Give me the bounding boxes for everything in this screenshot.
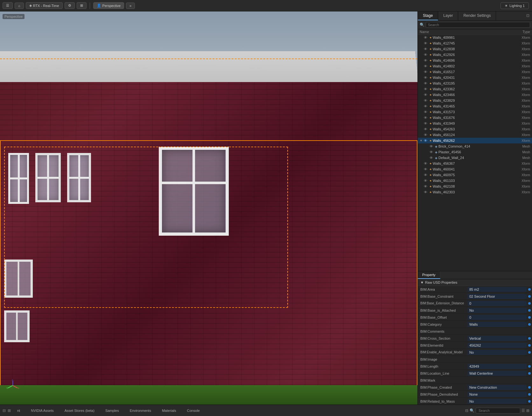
eye-icon[interactable]: 👁 [424,133,427,137]
eye-icon[interactable]: 👁 [424,70,427,74]
eye-icon[interactable]: 👁 [424,104,427,108]
tree-item-walls-412838[interactable]: 👁 ✦ Walls_412838 Xform [418,46,532,52]
tree-item-walls-431949[interactable]: 👁 ✦ Walls_431949 Xform [418,121,532,126]
tree-item-walls-460041[interactable]: 👁 ✦ Walls_460041 Xform [418,166,532,172]
tree-item-walls-456262[interactable]: ▼ 👁 ✦ Walls_456262 Xform [418,138,532,143]
prop-value[interactable]: Wall Centerline [467,371,527,376]
tab-property[interactable]: Property [418,271,440,279]
tree-item-walls-454263[interactable]: 👁 ✦ Walls_454263 Xform [418,126,532,132]
prop-value[interactable]: 02 Second Floor [467,294,527,299]
tree-item-default-wall[interactable]: 👁 ◈ Default_Wall_24 Mesh [418,155,532,161]
lighting-button[interactable]: ☀ Lighting 1 [500,2,529,9]
filter-icon2[interactable]: ⊞ [8,408,11,413]
prop-value[interactable]: New Construction [467,385,527,390]
filter-icon[interactable]: ⊟ [3,408,6,413]
bottom-tab-samples[interactable]: Samples [101,408,123,413]
tree-item-plaster[interactable]: 👁 ◈ Plaster_45456 Mesh [418,149,532,155]
home-button[interactable]: ⌂ [15,3,24,9]
prop-value[interactable]: 0 [467,301,527,306]
tree-item-walls-420431[interactable]: 👁 ✦ Walls_420431 Xform [418,75,532,80]
tree-item-walls-460975[interactable]: 👁 ✦ Walls_460975 Xform [418,172,532,178]
bottom-grid-icon[interactable]: ⊞ [526,408,529,413]
prop-value[interactable]: 42849 [467,364,527,369]
prop-value[interactable] [467,359,527,360]
eye-icon[interactable]: 👁 [424,184,427,188]
bottom-list-icon[interactable]: ☰ [522,408,525,413]
tree-item-brick-common[interactable]: 👁 ◈ Brick_Common_414 Mesh [418,143,532,149]
bottom-search-input[interactable] [476,408,520,413]
prop-value[interactable] [467,331,527,332]
eye-icon[interactable]: 👁 [430,144,433,148]
tree-item-walls-456124[interactable]: 👁 ✦ Walls_456124 Xform [418,132,532,138]
bottom-tab-materials[interactable]: Materials [158,408,181,413]
prop-value[interactable]: Walls [467,322,527,327]
bottom-filter-icon[interactable]: ⊟ [465,408,468,413]
renderer-settings-button[interactable]: ⚙ [65,2,75,9]
prop-value[interactable]: No [467,308,527,313]
eye-icon[interactable]: 👁 [424,190,427,194]
viewport[interactable]: Perspective X Y Z [0,11,417,405]
tree-item-walls-423466[interactable]: 👁 ✦ Walls_423466 Xform [418,92,532,98]
eye-icon[interactable]: 👁 [430,150,433,154]
eye-icon[interactable]: 👁 [424,121,427,125]
eye-icon[interactable]: 👁 [424,53,427,57]
prop-value[interactable]: No [467,350,527,355]
tree-item-walls-423195[interactable]: 👁 ✦ Walls_423195 Xform [418,80,532,86]
eye-icon[interactable]: 👁 [424,127,427,131]
prop-value[interactable]: None [467,392,527,397]
tree-item-walls-412926[interactable]: 👁 ✦ Walls_412926 Xform [418,52,532,58]
bottom-tab-nt[interactable]: nt [13,408,24,413]
eye-icon[interactable]: 👁 [424,36,427,39]
eye-icon[interactable]: 👁 [424,99,427,102]
tree-item-walls-462108[interactable]: 👁 ✦ Walls_462108 Xform [418,184,532,189]
eye-icon[interactable]: 👁 [424,59,427,62]
bottom-tab-asset-stores[interactable]: Asset Stores (beta) [60,408,99,413]
prop-value[interactable]: Vertical [467,336,527,341]
prop-value[interactable] [467,380,527,381]
eye-icon[interactable]: 👁 [424,47,427,51]
tree-item-walls-423829[interactable]: 👁 ✦ Walls_423829 Xform [418,98,532,103]
eye-icon[interactable]: 👁 [424,139,427,142]
tree-item-walls-423362[interactable]: 👁 ✦ Walls_423362 Xform [418,86,532,92]
eye-icon[interactable]: 👁 [424,93,427,97]
tab-stage[interactable]: Stage [418,11,438,20]
eye-icon[interactable]: 👁 [424,76,427,80]
tree-item-walls-409981[interactable]: 👁 ✦ Walls_409981 Xform [418,35,532,40]
property-section-header[interactable]: ▼ Raw USD Properties [418,279,532,286]
tree-item-walls-461103[interactable]: 👁 ✦ Walls_461103 Xform [418,178,532,184]
eye-icon[interactable]: 👁 [424,179,427,183]
prop-value[interactable]: 456262 [467,343,527,348]
stage-tree[interactable]: 👁 ✦ Walls_409981 Xform 👁 ✦ Walls_412745 … [418,35,532,271]
tree-item-walls-456367[interactable]: 👁 ✦ Walls_456367 Xform [418,161,532,166]
eye-icon[interactable]: 👁 [424,41,427,45]
bottom-tab-environments[interactable]: Environments [125,408,156,413]
more-views-button[interactable]: » [126,3,135,9]
eye-icon[interactable]: 👁 [424,64,427,68]
rtx-mode-button[interactable]: ◈ RTX - Real-Time [26,2,63,9]
tree-item-walls-416517[interactable]: 👁 ✦ Walls_416517 Xform [418,69,532,75]
eye-icon[interactable]: 👁 [430,156,433,160]
prop-value[interactable]: 0 [467,315,527,320]
stage-search-input[interactable] [426,22,530,28]
tree-item-walls-414802[interactable]: 👁 ✦ Walls_414802 Xform [418,63,532,69]
bottom-tab-console[interactable]: Console [183,408,204,413]
tree-item-walls-431573[interactable]: 👁 ✦ Walls_431573 Xform [418,109,532,115]
eye-icon[interactable]: 👁 [424,110,427,114]
eye-icon[interactable]: 👁 [424,116,427,120]
prop-value[interactable]: No [467,399,527,404]
bottom-tab-nvidia-assets[interactable]: NVIDIA Assets [26,408,58,413]
perspective-button[interactable]: 👤 Perspective [93,2,124,9]
tree-item-walls-462303[interactable]: 👁 ✦ Walls_462303 Xform [418,189,532,195]
hamburger-menu-button[interactable]: ☰ [3,2,13,9]
tree-item-walls-414696[interactable]: 👁 ✦ Walls_414696 Xform [418,58,532,63]
tree-item-walls-431465[interactable]: 👁 ✦ Walls_431465 Xform [418,103,532,109]
tree-item-walls-431676[interactable]: 👁 ✦ Walls_431676 Xform [418,115,532,121]
tab-render-settings[interactable]: Render Settings [458,11,496,20]
tree-item-walls-412745[interactable]: 👁 ✦ Walls_412745 Xform [418,40,532,46]
rtx-options-button[interactable]: ⊞ [77,2,87,9]
eye-icon[interactable]: 👁 [424,173,427,177]
eye-icon[interactable]: 👁 [424,87,427,91]
prop-value[interactable]: 85 m2 [467,287,527,292]
eye-icon[interactable]: 👁 [424,162,427,165]
eye-icon[interactable]: 👁 [424,167,427,171]
